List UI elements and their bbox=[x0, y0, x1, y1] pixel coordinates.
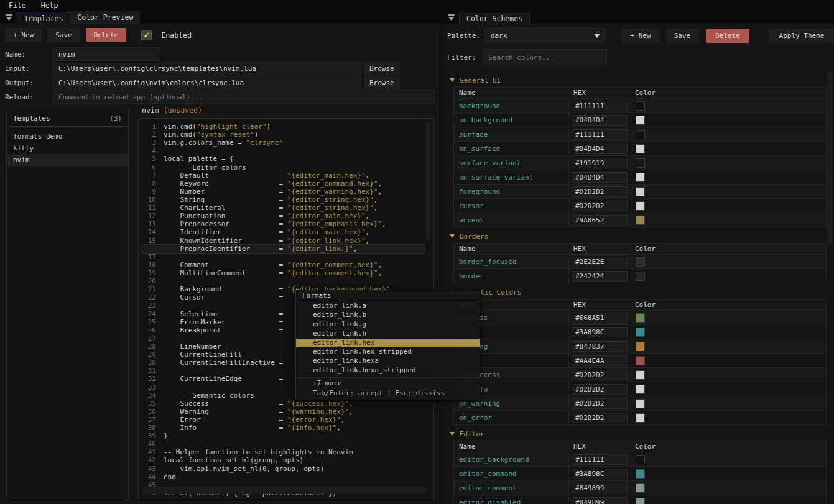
hex-field[interactable]: #111111 bbox=[572, 101, 628, 111]
code-line[interactable]: 37 Error = "{error.hex}", bbox=[139, 416, 433, 424]
code-line[interactable]: 7 Default = "{editor_main.hex}", bbox=[139, 172, 433, 180]
browse-input-button[interactable]: Browse bbox=[364, 62, 400, 75]
hex-field[interactable]: #9A8652 bbox=[572, 215, 628, 226]
color-row[interactable]: on_info#D2D2D2 bbox=[454, 382, 826, 396]
list-item[interactable]: kitty bbox=[7, 142, 128, 154]
code-line[interactable]: 14 Identifier = "{editor_main.hex}", bbox=[139, 228, 433, 236]
section-header[interactable]: General UI bbox=[450, 76, 834, 85]
horizontal-scrollbar[interactable] bbox=[142, 487, 427, 494]
color-swatch[interactable] bbox=[636, 187, 645, 196]
color-swatch[interactable] bbox=[636, 385, 645, 394]
color-swatch[interactable] bbox=[636, 370, 645, 380]
apply-theme-button[interactable]: Apply Theme bbox=[769, 29, 834, 43]
browse-output-button[interactable]: Browse bbox=[364, 76, 400, 89]
tab-color-schemes[interactable]: Color Schemes bbox=[459, 12, 530, 24]
color-row[interactable]: on_success#D2D2D2 bbox=[454, 367, 826, 382]
code-line[interactable]: 12 Punctuation = "{editor_main.hex}", bbox=[139, 212, 433, 220]
color-row[interactable]: warning#B47837 bbox=[454, 339, 826, 353]
color-swatch[interactable] bbox=[636, 130, 645, 139]
hex-field[interactable]: #AA4E4A bbox=[572, 355, 628, 366]
editor-vertical-scrollbar[interactable] bbox=[426, 122, 430, 239]
code-line[interactable]: 18 Comment = "{editor_comment.hex}", bbox=[139, 261, 433, 269]
hex-field[interactable]: #D4D4D4 bbox=[572, 115, 628, 126]
color-row[interactable]: on_background#D4D4D4 bbox=[454, 112, 826, 127]
code-line[interactable]: PreprocIdentifier = "{editor_link.}", bbox=[142, 245, 425, 253]
color-swatch[interactable] bbox=[636, 257, 645, 267]
code-line[interactable]: 36 Warning = "{warning.hex}", bbox=[139, 408, 433, 416]
hex-field[interactable]: #B47837 bbox=[572, 341, 628, 352]
hex-field[interactable]: #242424 bbox=[572, 271, 628, 282]
color-swatch[interactable] bbox=[636, 469, 645, 479]
output-path-field[interactable] bbox=[53, 76, 361, 89]
popup-item[interactable]: editor_link.a bbox=[296, 301, 480, 311]
section-header[interactable]: Borders bbox=[450, 232, 834, 241]
hex-field[interactable]: #D2D2D2 bbox=[572, 413, 628, 423]
color-row[interactable]: error#AA4E4A bbox=[454, 353, 826, 367]
color-row[interactable]: on_surface_variant#D4D4D4 bbox=[454, 170, 826, 184]
code-line[interactable]: 4 bbox=[139, 147, 433, 155]
popup-item[interactable]: editor_link.b bbox=[296, 311, 480, 320]
code-line[interactable]: 41-- Helper function to set highlights i… bbox=[139, 448, 433, 456]
code-line[interactable]: 13 Preprocessor = "{editor_emphasis.hex}… bbox=[139, 220, 433, 228]
save-palette-button[interactable]: Save bbox=[666, 29, 698, 43]
popup-item[interactable]: editor_link.hex bbox=[296, 339, 480, 348]
section-header[interactable]: Editor bbox=[450, 429, 834, 438]
hex-field[interactable]: #111111 bbox=[572, 454, 628, 465]
delete-palette-button[interactable]: Delete bbox=[706, 29, 749, 43]
code-line[interactable]: 11 CharLiteral = "{editor_string.hex}", bbox=[139, 204, 433, 212]
color-swatch[interactable] bbox=[636, 455, 645, 464]
color-row[interactable]: editor_comment#849899 bbox=[454, 480, 826, 495]
color-swatch[interactable] bbox=[636, 173, 645, 182]
color-row[interactable]: editor_command#3A898C bbox=[454, 466, 826, 480]
code-line[interactable]: 2vim.cmd("syntax reset") bbox=[139, 131, 433, 139]
list-item[interactable]: nvim bbox=[7, 154, 128, 166]
hex-field[interactable]: #D4D4D4 bbox=[572, 172, 628, 183]
code-line[interactable]: 44end bbox=[139, 473, 433, 481]
collapse-panel-icon[interactable] bbox=[6, 14, 12, 21]
hex-field[interactable]: #849899 bbox=[572, 497, 628, 504]
color-swatch[interactable] bbox=[636, 498, 645, 504]
tab-templates[interactable]: Templates bbox=[17, 12, 70, 24]
color-row[interactable]: on_surface#D4D4D4 bbox=[454, 141, 826, 155]
hex-field[interactable]: #191919 bbox=[572, 158, 628, 168]
hex-field[interactable]: #D2D2D2 bbox=[572, 201, 628, 211]
color-row[interactable]: on_error#D2D2D2 bbox=[454, 410, 826, 424]
code-line[interactable]: 8 Keyword = "{editor_command.hex}", bbox=[139, 180, 433, 188]
hex-field[interactable]: #2E2E2E bbox=[572, 257, 628, 267]
hex-field[interactable]: #D2D2D2 bbox=[572, 186, 628, 197]
input-path-field[interactable] bbox=[53, 62, 361, 75]
code-line[interactable]: 17 bbox=[139, 253, 433, 261]
color-row[interactable]: border_focused#2E2E2E bbox=[454, 254, 826, 268]
popup-item[interactable]: editor_link.g bbox=[296, 320, 480, 329]
color-row[interactable]: cursor#D2D2D2 bbox=[454, 198, 826, 213]
code-line[interactable]: 20 bbox=[139, 277, 433, 285]
code-line[interactable]: 15 KnownIdentifier = "{editor_link.hex}"… bbox=[139, 237, 433, 245]
color-swatch[interactable] bbox=[636, 483, 645, 493]
section-header[interactable]: Semantic Colors bbox=[450, 288, 834, 296]
popup-more[interactable]: +7 more bbox=[296, 377, 480, 388]
name-field[interactable] bbox=[53, 47, 160, 61]
code-line[interactable]: 3vim.g.colors_name = "clrsync" bbox=[139, 139, 433, 147]
color-row[interactable]: on_warning#D2D2D2 bbox=[454, 396, 826, 410]
color-swatch[interactable] bbox=[636, 116, 645, 125]
panel-scrollbar[interactable] bbox=[827, 71, 832, 244]
color-row[interactable]: foreground#D2D2D2 bbox=[454, 184, 826, 198]
color-swatch[interactable] bbox=[636, 216, 645, 225]
delete-template-button[interactable]: Delete bbox=[86, 28, 127, 42]
popup-item[interactable]: editor_link.h bbox=[296, 329, 480, 339]
enabled-checkbox[interactable]: ✓ bbox=[141, 30, 152, 40]
color-swatch[interactable] bbox=[636, 313, 645, 323]
code-line[interactable]: 43 vim.api.nvim_set_hl(0, group, opts) bbox=[139, 465, 433, 473]
color-swatch[interactable] bbox=[636, 101, 645, 111]
code-line[interactable]: 5local palette = { bbox=[139, 155, 433, 163]
new-palette-button[interactable]: + New bbox=[621, 29, 660, 43]
menubar-item-file[interactable]: File bbox=[9, 1, 26, 10]
color-swatch[interactable] bbox=[636, 144, 645, 153]
code-line[interactable]: 42local function set_hl(group, opts) bbox=[139, 456, 433, 464]
hex-field[interactable]: #849899 bbox=[572, 483, 628, 493]
color-row[interactable]: surface_variant#191919 bbox=[454, 155, 826, 170]
color-swatch[interactable] bbox=[636, 342, 645, 351]
code-line[interactable]: 19 MultiLineComment = "{editor_comment.h… bbox=[139, 269, 433, 277]
hex-field[interactable]: #D2D2D2 bbox=[572, 370, 628, 380]
hex-field[interactable]: #D4D4D4 bbox=[572, 144, 628, 154]
